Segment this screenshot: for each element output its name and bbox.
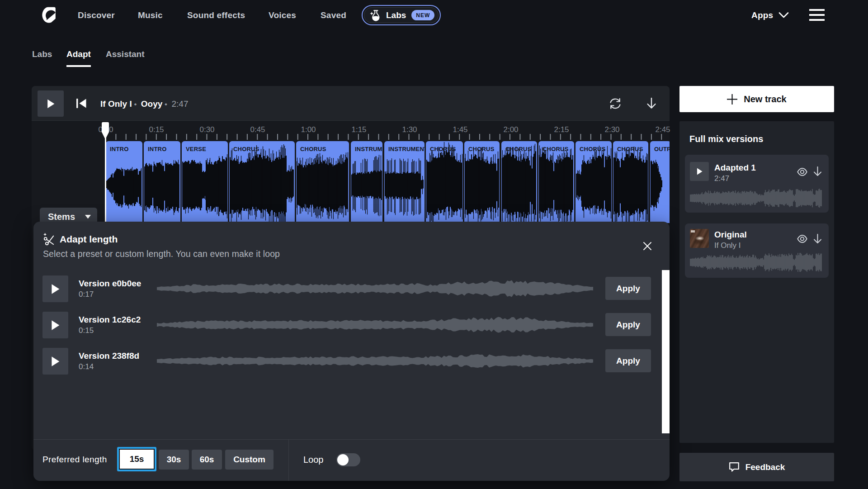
svg-text:CHORUS: CHORUS — [300, 146, 326, 152]
svg-text:INSTRUMENTA: INSTRUMENTA — [388, 146, 432, 152]
svg-text:CHORUS: CHORUS — [580, 146, 606, 152]
svg-text:VERSE: VERSE — [186, 146, 206, 152]
svg-text:CHORUS: CHORUS — [617, 146, 643, 152]
svg-text:CHORUS: CHORUS — [468, 146, 495, 152]
svg-text:OUTR: OUTR — [654, 146, 670, 152]
svg-text:CHORUS: CHORUS — [505, 146, 532, 152]
svg-text:CHORUS: CHORUS — [233, 146, 259, 152]
svg-text:CHORUS: CHORUS — [542, 146, 569, 152]
svg-text:INTRO: INTRO — [148, 146, 166, 152]
svg-text:CHORUS: CHORUS — [430, 146, 456, 152]
svg-text:INTRO: INTRO — [110, 146, 128, 152]
svg-text:INSTRUME: INSTRUME — [355, 146, 387, 152]
